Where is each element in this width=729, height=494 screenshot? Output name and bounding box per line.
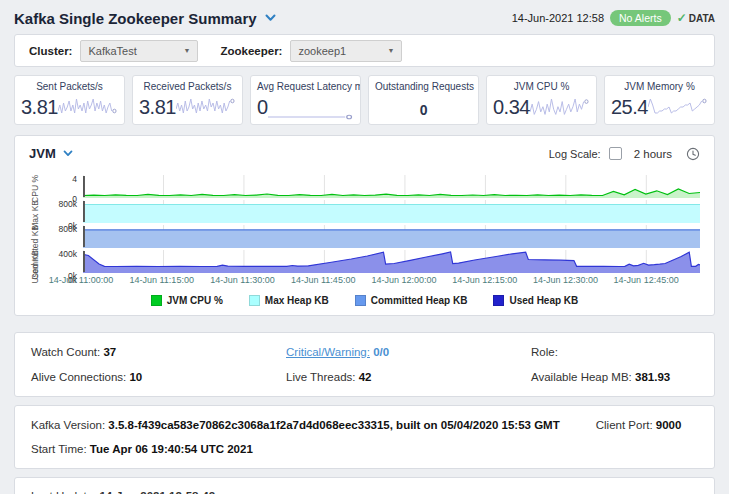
card-jvm-cpu[interactable]: JVM CPU % 0.34 (486, 75, 597, 125)
zookeeper-label: Zookeeper: (220, 45, 282, 57)
card-avg-request-latency[interactable]: Avg Request Latency ms 0 (250, 75, 361, 125)
x-tick-label: 14-Jun 12:15:00 (452, 275, 517, 285)
critical-warning-link[interactable]: Critical/Warning: (286, 346, 370, 358)
caret-down-icon: ▼ (388, 47, 395, 54)
top-bar: Kafka Single Zookeeper Summary 14-Jun-20… (14, 7, 715, 29)
zookeeper-select[interactable]: zookeep1 ▼ (290, 40, 402, 62)
x-tick-label: 14-Jun 12:45:00 (614, 275, 679, 285)
card-title: Received Packets/s (139, 81, 236, 92)
stat-alive-connections: Alive Connections: 10 (31, 371, 286, 383)
y-tick-label: 800k (59, 200, 77, 208)
y-axis-group-label: CPU % (29, 175, 42, 203)
stat-live-threads: Live Threads: 42 (286, 371, 531, 383)
stat-label: Role: (531, 346, 558, 358)
start-time: Start Time: Tue Apr 06 19:40:54 UTC 2021 (31, 443, 698, 455)
page-title[interactable]: Kafka Single Zookeeper Summary (14, 10, 276, 27)
card-value: 0.34 (493, 95, 530, 120)
card-title: Sent Packets/s (21, 81, 118, 92)
x-tick-label: 14-Jun 11:15:00 (130, 275, 194, 285)
kafka-version-label: Kafka Version: (31, 419, 105, 431)
stat-value: 0/0 (373, 346, 389, 358)
last-update-label: Last Update: (31, 490, 96, 494)
sparkline-chart (176, 94, 236, 120)
client-port-value: 9000 (656, 419, 682, 431)
chart-strip-max-kb: Max KB800k0k (29, 200, 700, 223)
x-tick-label: 14-Jun 12:30:00 (533, 275, 598, 285)
card-received-packets[interactable]: Received Packets/s 3.81 (132, 75, 243, 125)
card-value: 0 (257, 95, 268, 120)
cluster-select-value: KafkaTest (88, 45, 136, 57)
x-tick-label: 14-Jun 12:00:00 (371, 275, 436, 285)
card-value: 0 (375, 100, 472, 120)
stat-label: Alive Connections: (31, 371, 126, 383)
jvm-panel: JVM Log Scale: 2 hours CPU %40Max KB800k… (14, 135, 715, 316)
sparkline-chart (268, 94, 354, 120)
card-title: JVM Memory % (611, 81, 708, 92)
card-title: Avg Request Latency ms (257, 81, 354, 92)
card-outstanding-requests[interactable]: Outstanding Requests 0 (368, 75, 479, 125)
card-title: JVM CPU % (493, 81, 590, 92)
header-status-area: 14-Jun-2021 12:58 No Alerts ✓ DATA (512, 10, 715, 26)
jvm-chart: CPU %40Max KB800k0kCommitted KB800k0kUse… (29, 175, 700, 307)
legend-label: Used Heap KB (509, 295, 578, 306)
start-time-label: Start Time: (31, 443, 87, 455)
legend-swatch (493, 295, 504, 306)
card-value: 3.81 (139, 95, 176, 120)
legend-label: JVM CPU % (167, 295, 223, 306)
stat-critical-warning: Critical/Warning: 0/0 (286, 346, 531, 358)
legend-swatch (355, 295, 366, 306)
legend-item[interactable]: Max Heap KB (249, 293, 329, 307)
jvm-title-text: JVM (29, 146, 56, 161)
card-value: 25.4 (611, 95, 648, 120)
legend-item[interactable]: Committed Heap KB (355, 293, 468, 307)
chart-x-axis-labels: 14-Jun 11:00:0014-Jun 11:15:0014-Jun 11:… (81, 275, 700, 287)
sparkline-chart (530, 94, 590, 120)
chart-legend: JVM CPU %Max Heap KBCommitted Heap KBUse… (29, 293, 700, 307)
legend-item[interactable]: JVM CPU % (151, 293, 223, 307)
chart-strip-cpu-: CPU %40 (29, 175, 700, 198)
chart-plot-area[interactable] (83, 175, 700, 198)
kafka-version-value: 3.5.8-f439ca583e70862c3068a1f2a7d4d068ee… (108, 419, 559, 431)
log-scale-checkbox[interactable] (609, 147, 622, 160)
no-alerts-badge[interactable]: No Alerts (610, 10, 671, 26)
caret-down-icon: ▼ (184, 47, 191, 54)
chevron-down-icon[interactable] (63, 150, 73, 157)
jvm-panel-header: JVM Log Scale: 2 hours (29, 146, 700, 161)
stat-role: Role: (531, 346, 698, 358)
card-jvm-memory[interactable]: JVM Memory % 25.4 (604, 75, 715, 125)
jvm-section-title[interactable]: JVM (29, 146, 73, 161)
x-tick-label: 14-Jun 11:45:00 (291, 275, 355, 285)
stat-watch-count: Watch Count: 37 (31, 346, 286, 358)
y-tick-label: 400k (59, 250, 77, 258)
clock-icon[interactable] (686, 147, 700, 161)
y-tick-label: 4 (72, 175, 77, 183)
stat-available-heap: Available Heap MB: 381.93 (531, 371, 698, 383)
stat-label: Available Heap MB: (531, 371, 632, 383)
cluster-select[interactable]: KafkaTest ▼ (80, 40, 198, 62)
chart-plot-area[interactable] (83, 250, 700, 273)
legend-label: Committed Heap KB (371, 295, 468, 306)
chart-plot-area[interactable] (83, 200, 700, 223)
sparkline-chart (648, 94, 708, 120)
x-tick-label: 14-Jun 11:00:00 (49, 275, 113, 285)
x-tick-label: 14-Jun 11:30:00 (210, 275, 274, 285)
legend-swatch (249, 295, 260, 306)
legend-item[interactable]: Used Heap KB (493, 293, 578, 307)
time-range-value[interactable]: 2 hours (634, 148, 672, 160)
stat-value: 10 (129, 371, 142, 383)
data-status: ✓ DATA (677, 11, 715, 25)
data-status-label: DATA (689, 13, 715, 24)
start-time-value: Tue Apr 06 19:40:54 UTC 2021 (90, 443, 253, 455)
client-port: Client Port: 9000 (596, 419, 682, 431)
card-sent-packets[interactable]: Sent Packets/s 3.81 (14, 75, 125, 125)
metric-cards-row: Sent Packets/s 3.81 Received Packets/s 3… (14, 75, 715, 125)
y-axis-group-label: Used KB (29, 250, 42, 284)
chevron-down-icon[interactable] (265, 14, 276, 22)
stat-value: 42 (359, 371, 372, 383)
stat-label: Live Threads: (286, 371, 355, 383)
last-update-value: 14-Jun-2021 12:58:42 (99, 490, 215, 494)
checkmark-icon: ✓ (677, 11, 687, 25)
legend-label: Max Heap KB (265, 295, 329, 306)
chart-plot-area[interactable] (83, 225, 700, 248)
sparkline-chart (58, 94, 118, 120)
